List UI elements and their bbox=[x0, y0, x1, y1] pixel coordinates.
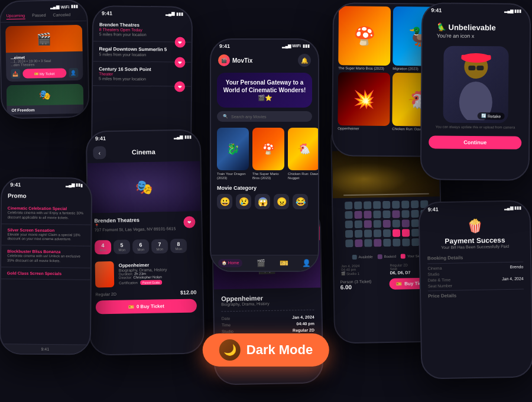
day-4[interactable]: 4 Mon bbox=[95, 240, 111, 254]
seat-e7[interactable] bbox=[402, 238, 410, 246]
legend-available: Available bbox=[352, 254, 372, 260]
tab-canceled[interactable]: Canceled bbox=[53, 12, 71, 19]
cat-funny[interactable]: 😂 bbox=[293, 194, 308, 209]
seat-d7[interactable] bbox=[402, 229, 410, 236]
legend-booked: Booked bbox=[378, 254, 396, 260]
cat-angry[interactable]: 😠 bbox=[274, 194, 289, 209]
cat-sad[interactable]: 😢 bbox=[236, 194, 251, 209]
movie-grid-oppenheimer[interactable]: 💥 bbox=[338, 72, 390, 126]
nav-profile-main[interactable]: 👤 bbox=[302, 259, 311, 267]
app-header: 🎬 MovTix 🔔 bbox=[211, 50, 318, 70]
svg-rect-5 bbox=[476, 66, 484, 70]
seat-a5[interactable] bbox=[382, 201, 390, 209]
seat-e8[interactable] bbox=[411, 238, 419, 246]
nav-cinema-main[interactable]: 🎬 bbox=[257, 259, 265, 267]
seat-d5[interactable] bbox=[383, 229, 391, 237]
movie-thumb-dragon: 🐉 bbox=[217, 128, 249, 170]
seat-c2[interactable] bbox=[355, 221, 362, 228]
day-8[interactable]: 8 Mon bbox=[170, 239, 187, 253]
seat-e4 bbox=[374, 239, 381, 247]
hero-tagline: Your Personal Gateway to a World of Cine… bbox=[223, 79, 306, 102]
movie-card-mario[interactable]: 🍄 The Super Mario Bros (2023) bbox=[252, 128, 284, 180]
movie-thumb-mario: 🍄 bbox=[252, 128, 284, 170]
hero-banner: Your Personal Gateway to a World of Cine… bbox=[217, 73, 312, 108]
seat-e6[interactable] bbox=[392, 239, 400, 247]
movie-grid-mario[interactable]: 🍄 bbox=[338, 6, 391, 66]
price-label: Person (3 Ticket) bbox=[340, 279, 371, 284]
back-button[interactable]: ‹ bbox=[93, 146, 106, 159]
buy-ticket-button[interactable]: 🎫 0 Buy Ticket bbox=[96, 299, 197, 314]
seat-b7[interactable] bbox=[401, 210, 409, 218]
movie-card-chicken[interactable]: 🐔 Chicken Run: Dawn Nugget bbox=[288, 128, 318, 180]
seat-c8[interactable] bbox=[411, 219, 419, 227]
cinema-item-2: Regal Downtown Summerlin 5 5 miles from … bbox=[93, 41, 191, 62]
promo-item-3: Blockbuster Bliss Bonanza Celebrate cine… bbox=[1, 246, 90, 268]
seat-e2 bbox=[355, 239, 362, 247]
movie-card-dragon[interactable]: 🐉 Train Your Dragon (2023) bbox=[217, 128, 249, 180]
battery-2: ▮▮▮ bbox=[184, 135, 192, 140]
popcorn-icon: 🍿 bbox=[427, 218, 523, 235]
seat-a1[interactable] bbox=[345, 202, 352, 209]
seat-b1[interactable] bbox=[345, 211, 352, 219]
cat-scared[interactable]: 😱 bbox=[255, 194, 270, 209]
seat-a4[interactable] bbox=[373, 201, 381, 209]
heart-cinema[interactable]: ❤ bbox=[183, 216, 195, 228]
logo-icon: 🎬 bbox=[218, 54, 230, 66]
divider-2 bbox=[428, 289, 524, 291]
cinema-detail-header: ‹ Cinema bbox=[87, 141, 200, 163]
seat-a3[interactable] bbox=[364, 201, 371, 209]
profile-photo: 🔄 Retake bbox=[443, 46, 508, 124]
seat-b5[interactable] bbox=[382, 210, 390, 218]
tab-passed[interactable]: Passed bbox=[32, 13, 46, 19]
day-7[interactable]: 7 Mon bbox=[151, 239, 168, 253]
seat-e5[interactable] bbox=[383, 239, 391, 247]
svg-rect-3 bbox=[461, 55, 491, 60]
seat-a6[interactable] bbox=[392, 201, 400, 209]
seat-d1[interactable] bbox=[345, 230, 353, 238]
seat-e3[interactable] bbox=[364, 239, 372, 247]
signal-1: ▂▄▆ bbox=[166, 11, 174, 16]
phone-profile: 9:41 ▂▄▆ ▮▮▮ 🦜 Unbelievable You're an ic… bbox=[420, 2, 531, 181]
seat-d2[interactable] bbox=[355, 230, 362, 238]
dark-mode-pill[interactable]: 🌙 Dark Mode bbox=[203, 333, 329, 367]
seat-c6[interactable] bbox=[392, 220, 400, 228]
legend-your-seat-dot bbox=[401, 254, 406, 258]
seat-a8[interactable] bbox=[411, 200, 419, 208]
cinema-item-3: Century 16 South Point Theater 5 miles f… bbox=[93, 61, 191, 86]
heart-3[interactable]: ❤ bbox=[174, 81, 185, 92]
retake-btn[interactable]: 🔄 Retake bbox=[478, 112, 504, 119]
seat-a7[interactable] bbox=[401, 200, 409, 208]
notification-button[interactable]: 🔔 bbox=[298, 54, 311, 67]
tab-upcoming[interactable]: Upcoming bbox=[7, 14, 25, 20]
signal-icon: ▂▄▆ bbox=[50, 5, 59, 9]
continue-button[interactable]: Continue bbox=[429, 135, 521, 149]
seat-d8[interactable] bbox=[411, 229, 419, 236]
nav-home-main[interactable]: 🏠 Home bbox=[218, 259, 243, 267]
phone-main-app: 9:41 ▂▄▆ WiFi ▮▮▮ 🎬 MovTix 🔔 Your Person… bbox=[210, 38, 319, 272]
cat-happy[interactable]: 😀 bbox=[217, 194, 232, 209]
seat-c4[interactable] bbox=[374, 220, 381, 228]
seat-e1[interactable] bbox=[345, 239, 353, 247]
movie-grid-mario-title: The Super Mario Bros (2023) bbox=[338, 66, 390, 70]
seat-b4[interactable] bbox=[373, 210, 381, 218]
time-8: 9:41 bbox=[428, 206, 439, 212]
seat-c1[interactable] bbox=[345, 221, 353, 228]
nav-ticket-main[interactable]: 🎫 bbox=[280, 259, 288, 267]
movie-thumb-chicken: 🐔 bbox=[288, 128, 318, 170]
seat-d3[interactable] bbox=[364, 229, 372, 237]
search-bar[interactable]: 🔍 Search any Movies bbox=[217, 111, 312, 122]
seat-d6[interactable] bbox=[392, 229, 400, 237]
seat-b8[interactable] bbox=[411, 210, 419, 218]
movies-scroll: 🐉 Train Your Dragon (2023) 🍄 The Super M… bbox=[211, 125, 318, 183]
parent-guide-badge[interactable]: Parent Guide bbox=[140, 280, 163, 286]
day-5[interactable]: 5 Mon bbox=[113, 239, 130, 254]
seat-d4[interactable] bbox=[374, 229, 381, 237]
day-6[interactable]: 6 Mon bbox=[132, 239, 149, 254]
seat-c5 bbox=[383, 220, 391, 228]
signal-2: ▂▄▆ bbox=[174, 135, 183, 140]
search-placeholder-text: Search any Movies bbox=[231, 115, 267, 119]
seat-b6 bbox=[392, 210, 400, 218]
my-ticket-btn[interactable]: 🎫 My Ticket bbox=[22, 68, 66, 78]
seat-a2[interactable] bbox=[354, 202, 362, 209]
status-bar-1: 9:41 ▂▄▆ ▮▮▮ bbox=[93, 7, 192, 18]
